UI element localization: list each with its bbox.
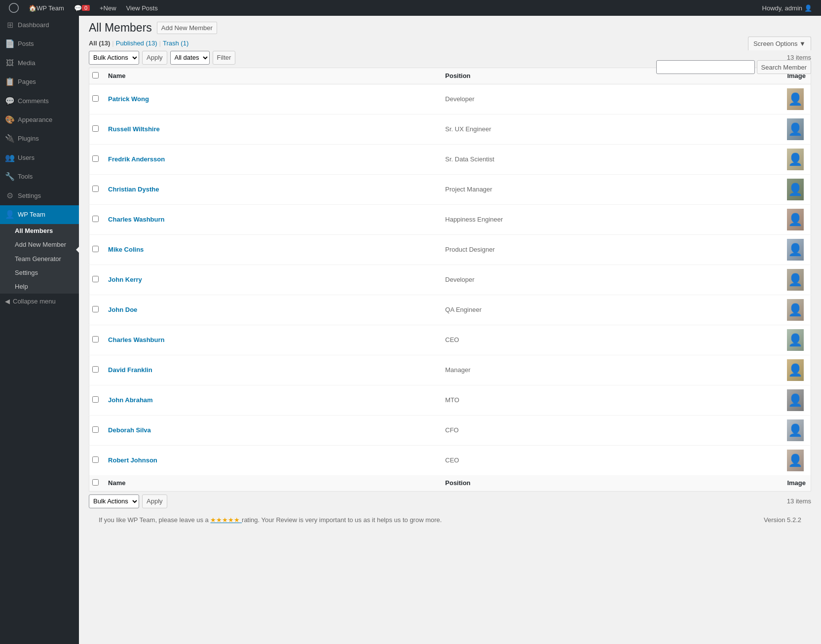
row-checkbox-11[interactable]	[92, 396, 99, 403]
plugins-icon: 🔌	[5, 133, 15, 144]
row-checkbox-1[interactable]	[92, 95, 99, 102]
row-checkbox-10[interactable]	[92, 366, 99, 373]
media-link[interactable]: 🖼 Media	[0, 54, 79, 73]
row-checkbox-8[interactable]	[92, 306, 99, 312]
row-name-cell: Fredrik Andersson	[103, 144, 440, 174]
row-position-cell: Sr. Data Scientist	[440, 144, 782, 174]
apply-button-bottom[interactable]: Apply	[142, 494, 167, 508]
footer-rating-link[interactable]: ★★★★★	[210, 516, 242, 524]
all-members-link[interactable]: All Members	[0, 224, 79, 238]
add-new-member-button[interactable]: Add New Member	[157, 22, 217, 34]
plugins-link[interactable]: 🔌 Plugins	[0, 129, 79, 148]
search-input[interactable]	[656, 60, 755, 74]
filter-button[interactable]: Filter	[213, 51, 236, 65]
filter-trash[interactable]: Trash (1)	[163, 39, 188, 47]
member-name-link-10[interactable]: David Franklin	[108, 366, 152, 374]
screen-options-button[interactable]: Screen Options ▼	[748, 37, 811, 50]
comments-icon: 💬	[74, 4, 82, 12]
member-name-link-4[interactable]: Christian Dysthe	[108, 186, 159, 193]
admin-bar: 🏠 WP Team 💬 0 + New View Posts Howdy, ad…	[0, 0, 821, 16]
sidebar-item-pages[interactable]: 📋 Pages	[0, 73, 79, 91]
filter-all-link[interactable]: All (13)	[89, 39, 110, 47]
member-name-link-2[interactable]: Russell Wiltshire	[108, 125, 160, 133]
member-name-link-6[interactable]: Mike Colins	[108, 246, 144, 253]
sidebar-item-posts[interactable]: 📄 Posts	[0, 35, 79, 53]
sidebar-item-users[interactable]: 👥 Users	[0, 149, 79, 167]
member-name-link-12[interactable]: Deborah Silva	[108, 426, 151, 434]
member-name-link-3[interactable]: Fredrik Andersson	[108, 155, 165, 163]
filter-all[interactable]: All (13) |	[89, 39, 116, 47]
row-checkbox-13[interactable]	[92, 456, 99, 463]
select-all-checkbox-bottom[interactable]	[92, 479, 99, 486]
row-checkbox-4[interactable]	[92, 186, 99, 192]
member-name-link-7[interactable]: John Kerry	[108, 276, 142, 283]
wp-logo-button[interactable]	[5, 0, 23, 16]
row-checkbox-2[interactable]	[92, 125, 99, 132]
users-link[interactable]: 👥 Users	[0, 149, 79, 167]
sidebar-item-dashboard[interactable]: ⊞ Dashboard	[0, 16, 79, 35]
site-name: WP Team	[37, 4, 64, 12]
comments-menu-icon: 💬	[5, 96, 15, 107]
wp-team-link[interactable]: 👤 WP Team	[0, 205, 79, 224]
pages-link[interactable]: 📋 Pages	[0, 73, 79, 91]
submenu-team-generator[interactable]: Team Generator	[0, 252, 79, 266]
date-filter-select[interactable]: All dates	[170, 51, 210, 65]
filter-trash-link[interactable]: Trash (1)	[163, 39, 188, 47]
posts-label: Posts	[18, 39, 34, 48]
user-menu-button[interactable]: Howdy, admin 👤	[758, 0, 816, 16]
site-name-button[interactable]: 🏠 WP Team	[25, 0, 68, 16]
media-label: Media	[18, 59, 35, 68]
dashboard-link[interactable]: ⊞ Dashboard	[0, 16, 79, 35]
member-name-link-5[interactable]: Charles Washburn	[108, 216, 164, 223]
dashboard-icon: ⊞	[5, 20, 15, 31]
member-name-link-8[interactable]: John Doe	[108, 306, 137, 313]
row-checkbox-12[interactable]	[92, 426, 99, 433]
search-button[interactable]: Search Member	[757, 60, 811, 74]
bulk-actions-select[interactable]: Bulk Actions	[89, 51, 139, 65]
collapse-menu-button[interactable]: ◀ Collapse menu	[0, 294, 79, 309]
row-position-cell: MTO	[440, 385, 782, 415]
row-checkbox-9[interactable]	[92, 336, 99, 342]
sidebar-item-comments[interactable]: 💬 Comments	[0, 92, 79, 111]
row-checkbox-6[interactable]	[92, 246, 99, 252]
settings-link[interactable]: ⚙ Settings	[0, 187, 79, 205]
member-name-link-9[interactable]: Charles Washburn	[108, 336, 164, 343]
team-generator-link[interactable]: Team Generator	[0, 252, 79, 266]
submenu-add-new-member[interactable]: Add New Member	[0, 238, 79, 252]
row-checkbox-7[interactable]	[92, 276, 99, 282]
sidebar-item-appearance[interactable]: 🎨 Appearance	[0, 111, 79, 129]
comments-link[interactable]: 💬 Comments	[0, 92, 79, 111]
sidebar-item-settings[interactable]: ⚙ Settings	[0, 187, 79, 205]
row-name-cell: David Franklin	[103, 355, 440, 385]
tools-link[interactable]: 🔧 Tools	[0, 167, 79, 186]
sidebar-item-wp-team[interactable]: 👤 WP Team All Members Add New Member Tea…	[0, 205, 79, 294]
submenu-help[interactable]: Help	[0, 280, 79, 294]
help-link[interactable]: Help	[0, 280, 79, 294]
member-name-link-11[interactable]: John Abraham	[108, 396, 153, 404]
view-posts-button[interactable]: View Posts	[122, 0, 162, 16]
submenu-settings[interactable]: Settings	[0, 266, 79, 280]
filter-published-link[interactable]: Published (13)	[116, 39, 157, 47]
apply-button[interactable]: Apply	[142, 51, 167, 65]
sidebar-item-plugins[interactable]: 🔌 Plugins	[0, 129, 79, 148]
member-avatar-7: 👤	[787, 269, 804, 291]
select-all-checkbox-top[interactable]	[92, 72, 99, 78]
row-checkbox-5[interactable]	[92, 216, 99, 222]
comments-button[interactable]: 💬 0	[70, 0, 94, 16]
row-checkbox-3[interactable]	[92, 155, 99, 162]
bulk-actions-select-bottom[interactable]: Bulk Actions	[89, 494, 139, 508]
row-name-cell: John Doe	[103, 295, 440, 325]
submenu-all-members[interactable]: All Members	[0, 224, 79, 238]
sidebar-item-media[interactable]: 🖼 Media	[0, 54, 79, 73]
posts-link[interactable]: 📄 Posts	[0, 35, 79, 53]
row-position-cell: CEO	[440, 445, 782, 475]
add-new-member-link[interactable]: Add New Member	[0, 238, 79, 252]
new-content-button[interactable]: + New	[96, 0, 120, 16]
submenu-settings-link[interactable]: Settings	[0, 266, 79, 280]
appearance-link[interactable]: 🎨 Appearance	[0, 111, 79, 129]
sidebar-item-tools[interactable]: 🔧 Tools	[0, 167, 79, 186]
member-name-link-13[interactable]: Robert Johnson	[108, 456, 157, 464]
filter-links: All (13) | Published (13) | Trash (1)	[89, 39, 811, 47]
member-name-link-1[interactable]: Patrick Wong	[108, 95, 149, 103]
filter-published[interactable]: Published (13) |	[116, 39, 163, 47]
